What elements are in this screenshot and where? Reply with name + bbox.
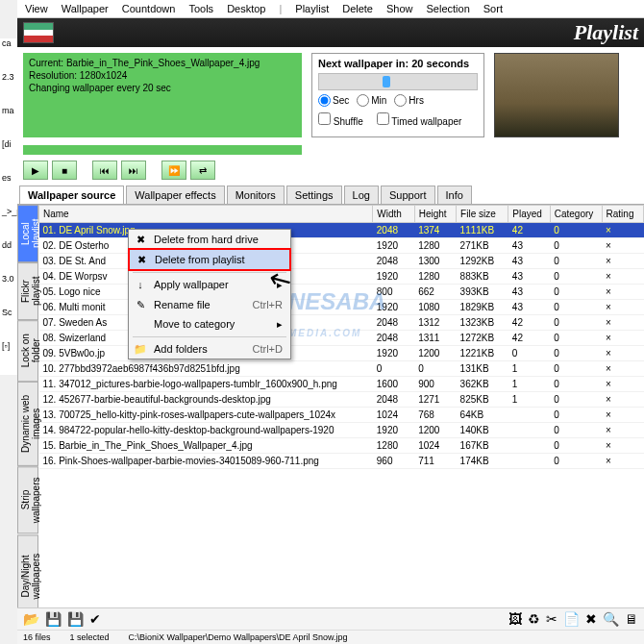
prev-button[interactable]: ⏮ <box>92 161 117 180</box>
app-title: Playlist <box>574 20 638 45</box>
table-row[interactable]: 14. 984722-popular-hello-kitty-desktop-b… <box>39 423 644 438</box>
doc-icon[interactable]: 📄 <box>563 611 580 627</box>
rename-icon: ✎ <box>133 299 148 311</box>
flag-icon <box>23 22 54 43</box>
main-tabs: Wallpaper sourceWallpaper effectsMonitor… <box>17 186 644 205</box>
table-row[interactable]: 15. Barbie_in_The_Pink_Shoes_Wallpaper_4… <box>39 438 644 454</box>
skip-button[interactable]: ⏩ <box>161 161 186 180</box>
tool-icon[interactable]: 🖼 <box>508 611 522 627</box>
menu-rename[interactable]: ✎Rename fileCtrl+R <box>129 295 290 314</box>
menu-show[interactable]: Show <box>386 3 413 14</box>
search-icon[interactable]: 🔍 <box>603 611 619 627</box>
monitor-icon[interactable]: 🖥 <box>625 611 638 627</box>
recycle-icon[interactable]: ♻ <box>528 611 540 627</box>
open-icon[interactable]: 📂 <box>23 611 39 627</box>
col-name[interactable]: Name <box>39 206 373 223</box>
menu-wallpaper[interactable]: Wallpaper <box>62 3 109 14</box>
col-category[interactable]: Category <box>550 206 602 223</box>
table-row[interactable]: 11. 347012_pictures-barbie-logo-wallpape… <box>39 377 644 392</box>
menu-tools[interactable]: Tools <box>188 3 213 14</box>
next-label: Next wallpaper in: 20 seconds <box>318 58 469 69</box>
col-width[interactable]: Width <box>373 206 414 223</box>
tab-log[interactable]: Log <box>344 186 379 204</box>
menu-playlist[interactable]: Playlist <box>295 3 329 14</box>
menu-view[interactable]: View <box>25 3 48 14</box>
file-path: C:\BioniX Wallpaper\Demo Wallpapers\DE A… <box>129 632 348 642</box>
next-button[interactable]: ⏭ <box>121 161 146 180</box>
play-button[interactable]: ▶ <box>23 161 48 180</box>
table-row[interactable]: 10. 277bbd3972aeb6987f436b97d8251bfd.jpg… <box>39 361 644 377</box>
sidetab-lock-on-folder[interactable]: Lock on folder <box>17 320 38 382</box>
file-count: 16 files <box>23 632 51 642</box>
save-icon[interactable]: 💾 <box>45 611 62 627</box>
delete-icon[interactable]: ✖ <box>585 611 597 627</box>
cut-icon[interactable]: ✂ <box>546 611 557 627</box>
sidetab-local-playlist[interactable]: Local playlist <box>17 205 38 262</box>
menu-add-folders[interactable]: 📁Add foldersCtrl+D <box>129 339 290 359</box>
sidetab-strip-wallpapers[interactable]: Strip wallpapers <box>17 466 38 533</box>
preview-image <box>494 53 619 137</box>
col-file-size[interactable]: File size <box>457 206 508 223</box>
saveas-icon[interactable]: 💾 <box>67 611 84 627</box>
tab-monitors[interactable]: Monitors <box>227 186 285 204</box>
radio-min[interactable]: Min <box>357 94 386 107</box>
delete-list-icon: ✖ <box>134 254 149 266</box>
side-tabs: Local playlistFlickr playlistLock on fol… <box>17 205 38 618</box>
tab-support[interactable]: Support <box>381 186 435 204</box>
table-row[interactable]: 16. Pink-Shoes-wallpaper-barbie-movies-3… <box>39 454 644 469</box>
menu-move-category[interactable]: Move to category▸ <box>129 314 290 334</box>
menu-selection[interactable]: Selection <box>427 3 470 14</box>
tab-settings[interactable]: Settings <box>286 186 342 204</box>
playback-controls: ▶ ■ ⏮ ⏭ ⏩ ⇄ <box>17 161 644 186</box>
interval-slider[interactable] <box>318 73 478 90</box>
menu-sort[interactable]: Sort <box>483 3 503 14</box>
footer: 📂 💾 💾 ✔ 🖼 ♻ ✂ 📄 ✖ 🔍 🖥 16 files 1 selecte… <box>17 607 644 644</box>
header-bar: Playlist <box>17 18 644 47</box>
table-row[interactable]: 13. 700725_hello-kitty-pink-roses-wallpa… <box>39 408 644 423</box>
shuffle-checkbox[interactable]: Shuffle <box>318 112 363 127</box>
col-played[interactable]: Played <box>508 206 550 223</box>
random-button[interactable]: ⇄ <box>190 161 215 180</box>
apply-icon: ↓ <box>133 279 148 290</box>
table-row[interactable]: 12. 452677-barbie-beautiful-backgrounds-… <box>39 392 644 408</box>
col-height[interactable]: Height <box>414 206 456 223</box>
menu-delete[interactable]: Delete <box>342 3 373 14</box>
footer-toolbar: 📂 💾 💾 ✔ 🖼 ♻ ✂ 📄 ✖ 🔍 🖥 <box>17 608 644 630</box>
context-menu: ✖Delete from hard drive ✖Delete from pla… <box>128 229 291 359</box>
menu-countdown[interactable]: Countdown <box>122 3 176 14</box>
tab-info[interactable]: Info <box>437 186 472 204</box>
status-resolution: Resolution: 1280x1024 <box>29 69 296 82</box>
sidetab-flickr-playlist[interactable]: Flickr playlist <box>17 262 38 320</box>
menubar: ViewWallpaperCountdownToolsDesktop|Playl… <box>17 0 644 18</box>
sidetab-dynamic-web-images[interactable]: Dynamic web images <box>17 382 38 466</box>
next-wallpaper-box: Next wallpaper in: 20 seconds Sec Min Hr… <box>311 53 484 137</box>
tab-wallpaper-effects[interactable]: Wallpaper effects <box>126 186 224 204</box>
check-icon[interactable]: ✔ <box>89 611 101 627</box>
sidetab-day/night-wallpapers[interactable]: Day/Night wallpapers <box>17 534 38 618</box>
radio-hrs[interactable]: Hrs <box>394 94 424 107</box>
selected-count: 1 selected <box>70 632 110 642</box>
folder-icon: 📁 <box>133 343 148 356</box>
stop-button[interactable]: ■ <box>52 161 77 180</box>
timed-checkbox[interactable]: Timed wallpaper <box>377 112 462 127</box>
col-rating[interactable]: Rating <box>602 206 643 223</box>
tab-wallpaper-source[interactable]: Wallpaper source <box>19 186 124 204</box>
menu-|: | <box>279 3 282 14</box>
delete-icon: ✖ <box>133 234 148 246</box>
progress-bar <box>23 145 302 155</box>
menu-desktop[interactable]: Desktop <box>227 3 265 14</box>
radio-sec[interactable]: Sec <box>318 94 349 107</box>
status-current: Current: Barbie_in_The_Pink_Shoes_Wallpa… <box>29 57 296 69</box>
status-interval: Changing wallpaper every 20 sec <box>29 82 296 94</box>
status-box: Current: Barbie_in_The_Pink_Shoes_Wallpa… <box>23 53 302 137</box>
menu-delete-hd[interactable]: ✖Delete from hard drive <box>129 230 290 249</box>
menu-delete-playlist[interactable]: ✖Delete from playlist <box>128 248 291 271</box>
